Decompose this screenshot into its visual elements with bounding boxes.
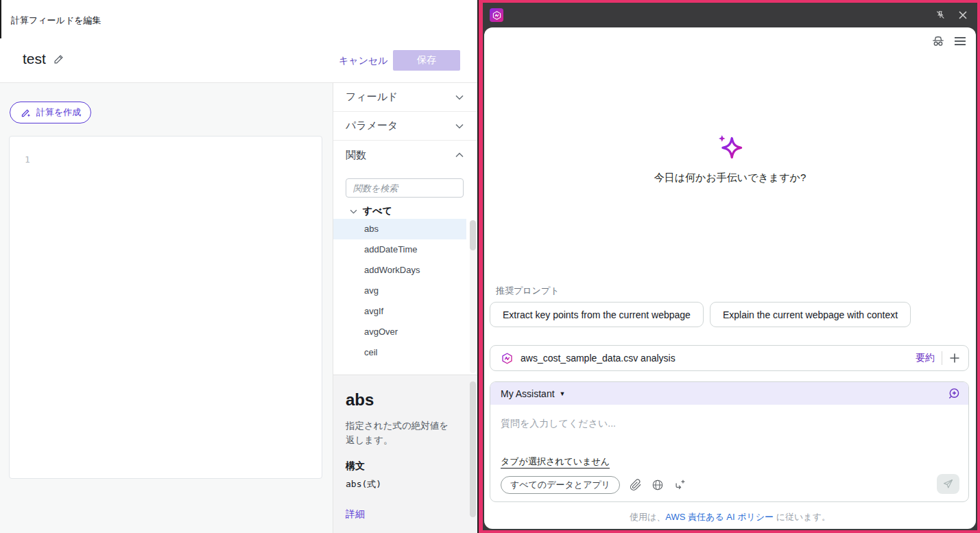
send-button[interactable] [937, 474, 959, 494]
functions-sidebar: フィールド パラメータ 関数 すべて abs addDateTime addWo… [333, 82, 479, 533]
calc-name-row: test [23, 51, 64, 67]
function-item[interactable]: addDateTime [333, 239, 466, 260]
suggested-prompts-label: 推奨プロンプト [496, 285, 560, 297]
assistant-greeting: 今日は何かお手伝いできますか? [484, 171, 976, 185]
panel-titlebar [483, 3, 977, 27]
chevron-down-icon [455, 95, 464, 100]
cancel-button[interactable]: キャンセル [339, 55, 388, 67]
assistant-toolbar [931, 34, 966, 48]
function-item[interactable]: ceil [333, 342, 466, 363]
function-detail: abs 指定された式の絶対値を返します。 構文 abs(式) 詳細 [333, 375, 479, 533]
suggested-prompts: Extract key points from the current webp… [490, 302, 911, 327]
history-item[interactable]: aws_cost_sample_data.csv analysis 要約 [490, 345, 969, 371]
composer-body[interactable]: 質問を入力してください... タブが選択されていません すべてのデータとアプリ [490, 405, 968, 502]
assistant-hero: 今日は何かお手伝いできますか? [484, 134, 976, 185]
chevron-expanded-icon [350, 209, 357, 214]
section-fields[interactable]: フィールド [333, 83, 479, 112]
amazon-q-logo-icon [490, 8, 503, 22]
syntax-heading: 構文 [346, 460, 467, 473]
save-button[interactable]: 保存 [393, 50, 460, 71]
composer: My Assistant ▼ 質問を入力してください... タブが選択されていま… [490, 381, 969, 502]
chevron-up-icon [455, 152, 464, 158]
detail-scrollbar[interactable] [470, 381, 476, 525]
create-calculation-button[interactable]: 計算を作成 [10, 102, 91, 123]
menu-icon[interactable] [954, 36, 966, 46]
function-list-scrollbar[interactable] [470, 220, 476, 373]
function-item[interactable]: addWorkDays [333, 260, 466, 281]
zoom-in-icon[interactable] [947, 387, 960, 400]
function-search [346, 178, 464, 198]
history-item-title: aws_cost_sample_data.csv analysis [521, 353, 676, 364]
page-title: 計算フィールドを編集 [11, 14, 101, 27]
policy-link[interactable]: AWS 責任ある AI ポリシー [665, 512, 774, 522]
tree-root-label: すべて [363, 205, 392, 217]
new-chat-icon[interactable] [949, 353, 960, 364]
context-scope-pill[interactable]: すべてのデータとアプリ [501, 476, 620, 494]
window-edge [0, 0, 1, 38]
composer-header: My Assistant ▼ [490, 382, 968, 405]
suggestion-button[interactable]: Extract key points from the current webp… [490, 302, 704, 327]
calc-name: test [23, 51, 46, 67]
panel-frame: 今日は何かお手伝いできますか? 推奨プロンプト Extract key poin… [483, 3, 977, 530]
q-logo-outline-icon [501, 352, 514, 365]
function-item[interactable]: avg [333, 281, 466, 301]
sparkle-pencil-icon [20, 107, 32, 119]
composer-tools: すべてのデータとアプリ [501, 476, 686, 494]
syntax-code: abs(式) [346, 478, 467, 490]
edit-pencil-icon[interactable] [53, 54, 64, 65]
assistant-content: 今日は何かお手伝いできますか? 推奨プロンプト Extract key poin… [484, 27, 976, 529]
section-functions[interactable]: 関数 [333, 141, 479, 169]
unpin-icon[interactable] [935, 10, 946, 21]
send-icon [942, 478, 954, 490]
chevron-down-icon [455, 123, 464, 129]
section-parameters[interactable]: パラメータ [333, 112, 479, 141]
policy-footer: 使用は、AWS 責任ある AI ポリシー に従います。 [484, 511, 976, 523]
line-number: 1 [25, 154, 30, 165]
panel-highlight-border: 今日は何かお手伝いできますか? 推奨プロンプト Extract key poin… [479, 0, 980, 533]
message-input-placeholder: 質問を入力してください... [501, 418, 616, 430]
globe-icon[interactable] [652, 479, 664, 491]
editor-workspace: 計算を作成 1 [0, 82, 333, 533]
insert-shortcut-icon[interactable] [673, 479, 686, 491]
assistant-selector[interactable]: My Assistant ▼ [501, 388, 566, 399]
tab-status[interactable]: タブが選択されていません [501, 455, 610, 468]
function-list: abs addDateTime addWorkDays avg avgIf av… [333, 219, 466, 363]
detail-link[interactable]: 詳細 [346, 508, 467, 521]
suggestion-button[interactable]: Explain the current webpage with context [710, 302, 911, 327]
function-detail-title: abs [346, 390, 467, 410]
caret-down-icon: ▼ [560, 390, 566, 397]
incognito-icon[interactable] [931, 34, 946, 48]
attachment-icon[interactable] [630, 479, 642, 491]
screen: 計算フィールドを編集 test キャンセル 保存 計算を作成 1 フィールド パ… [0, 0, 980, 533]
expression-editor[interactable]: 1 [9, 136, 322, 479]
summarize-link[interactable]: 要約 [916, 352, 935, 364]
assistant-panel: 今日は何かお手伝いできますか? 推奨プロンプト Extract key poin… [477, 0, 980, 533]
function-search-input[interactable] [346, 183, 478, 193]
function-item[interactable]: abs [333, 219, 466, 239]
function-item[interactable]: avgIf [333, 301, 466, 322]
create-calculation-label: 計算を作成 [36, 106, 81, 119]
function-item[interactable]: avgOver [333, 322, 466, 342]
function-description: 指定された式の絶対値を返します。 [346, 419, 454, 448]
divider [942, 351, 942, 365]
sparkle-icon [715, 134, 746, 162]
close-icon[interactable] [958, 10, 968, 20]
tree-node-all[interactable]: すべて [350, 205, 392, 217]
